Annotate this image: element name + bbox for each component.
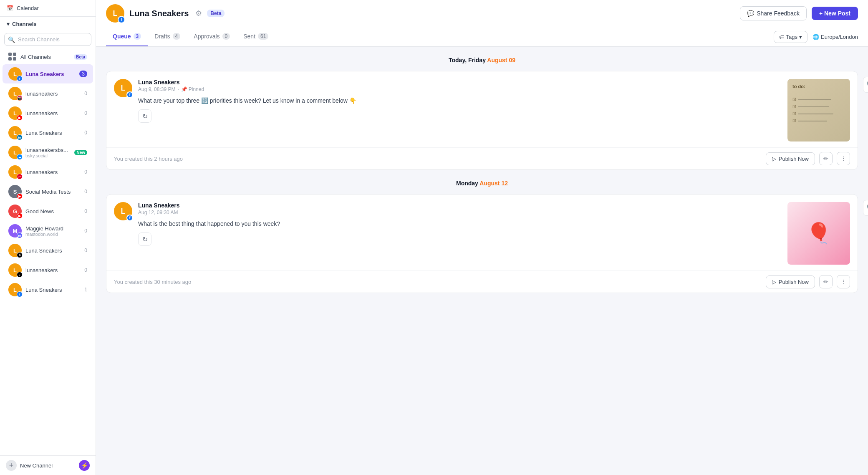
sidebar-calendar-item[interactable]: 📅 Calendar (0, 0, 96, 17)
channels-header-label: Channels (12, 21, 37, 27)
settings-icon[interactable]: ⚙ (195, 9, 202, 18)
x-platform-badge: 𝕏 (17, 252, 23, 258)
post1-timestamp: Aug 9, 08:39 PM (138, 86, 175, 92)
tags-button[interactable]: 🏷 Tags ▾ (774, 31, 807, 43)
post1-reschedule-button[interactable]: ↻ (138, 109, 151, 123)
post1-footer: You created this 2 hours ago ▷ Publish N… (106, 147, 858, 169)
channel-name: lunasneakers (25, 267, 78, 273)
channel-item-lunasneakersbs[interactable]: L ☁ lunasneakersbs... bsky.social New (3, 143, 93, 162)
post2-timestamp: Aug 12, 09:30 AM (138, 210, 178, 215)
date1-label: Today, Friday August 09 (449, 57, 515, 63)
avatar: L ☁ (8, 146, 22, 159)
channel-count: 0 (82, 208, 87, 214)
timezone-label: Europe/London (821, 34, 858, 40)
tag-icon: 🏷 (779, 34, 785, 40)
post1-content: Luna Sneakers Aug 9, 08:39 PM · 📌 Pinned… (138, 79, 782, 141)
tab-sent[interactable]: Sent 61 (237, 27, 275, 46)
post2-more-button[interactable]: ⋮ (837, 275, 850, 288)
post2-reschedule-button[interactable]: ↻ (138, 232, 151, 246)
channel-item-luna-sneakers-x[interactable]: L 𝕏 Luna Sneakers 0 (3, 241, 93, 260)
channel-sublabel: bsky.social (25, 153, 71, 158)
post2-image: 🎈 (787, 202, 850, 265)
tab-drafts[interactable]: Drafts 4 (148, 27, 187, 46)
channel-item-luna-sneakers-2[interactable]: L f Luna Sneakers 1 (3, 280, 93, 299)
post1-edit-button[interactable]: ✏ (819, 152, 833, 165)
avatar: L f (8, 283, 22, 296)
yt-platform-badge: ▶ (17, 193, 23, 199)
channel-name: lunasneakersbs... (25, 147, 71, 153)
channel-item-lunasneakers-pi[interactable]: L P lunasneakers 0 (3, 162, 93, 182)
globe-icon: 🌐 (812, 34, 819, 40)
post1-publish-label: Publish Now (779, 156, 809, 162)
post2-meta: Aug 12, 09:30 AM (138, 210, 782, 215)
channel-item-lunasneakers-yt[interactable]: L ▶ lunasneakers 0 (3, 104, 93, 123)
beta-badge: Beta (207, 10, 225, 17)
post2-edit-button[interactable]: ✏ (819, 275, 833, 288)
page-header: L f Luna Sneakers ⚙ Beta 💬 Share Feedbac… (96, 0, 868, 27)
date2-label: Monday August 12 (456, 180, 508, 187)
channel-list: All Channels Beta L f Luna Sneakers 3 L … (0, 49, 96, 455)
channels-toggle[interactable]: ▾ Channels (7, 21, 37, 27)
avatar: L 𝕏 (8, 244, 22, 257)
date-divider-1: Today, Friday August 09 (106, 57, 858, 63)
post2-created: You created this 30 minutes ago (114, 279, 762, 285)
avatar: L P (8, 165, 22, 179)
avatar: L in (8, 126, 22, 139)
channel-item-lunasneakers-tt[interactable]: L ♪ lunasneakers 0 (3, 260, 93, 280)
channel-count: 0 (82, 248, 87, 253)
channel-item-good-news[interactable]: G ▶ Good News 0 (3, 202, 93, 221)
pin-icon: 📌 (181, 86, 187, 92)
post2-fb-badge: f (126, 215, 133, 221)
page-avatar: L f (106, 4, 124, 23)
sidebar: 📅 Calendar ▾ Channels 🔍 All Channels Bet… (0, 0, 96, 475)
channel-count: 0 (82, 228, 87, 234)
new-channel-bar[interactable]: + New Channel ⚡ (0, 455, 96, 475)
channel-item-luna-sneakers-li[interactable]: L in Luna Sneakers 0 (3, 123, 93, 142)
timezone-button[interactable]: 🌐 Europe/London (812, 34, 858, 40)
tab-sent-count: 61 (258, 33, 268, 40)
tab-approvals[interactable]: Approvals 0 (187, 27, 237, 46)
tags-label: Tags (786, 34, 797, 40)
avatar: L ♪ (8, 263, 22, 277)
channel-count: 0 (82, 91, 87, 96)
post-card-2: L f Luna Sneakers Aug 12, 09:30 AM What … (106, 194, 858, 293)
search-channels-input[interactable] (4, 33, 91, 46)
new-channel-plus-icon: + (6, 460, 17, 471)
channel-count: 0 (82, 189, 87, 195)
all-channels-item[interactable]: All Channels Beta (3, 50, 93, 64)
calendar-icon: 📅 (7, 5, 13, 11)
post2-avatar: L f (114, 202, 132, 220)
grid-icon (8, 53, 17, 61)
new-channel-label: New Channel (20, 462, 53, 469)
channel-item-lunasneakers-ig[interactable]: L 📸 lunasneakers 0 (3, 84, 93, 103)
channel-name: Luna Sneakers (25, 130, 78, 136)
share-feedback-button[interactable]: 💬 Share Feedback (740, 6, 807, 20)
post1-text: What are your top three 🔢 priorities thi… (138, 96, 782, 105)
post1-comment-search-button[interactable]: 🔍 (863, 77, 868, 93)
ig-platform-badge: 📸 (17, 95, 23, 101)
tab-drafts-count: 4 (173, 33, 181, 40)
post2-publish-button[interactable]: ▷ Publish Now (766, 275, 815, 288)
channel-name: Luna Sneakers (25, 287, 78, 293)
channels-header: ▾ Channels (0, 17, 96, 31)
avatar: M m (8, 224, 22, 238)
search-icon: 🔍 (8, 36, 15, 43)
post2-comment-search-button[interactable]: 🔍 (863, 200, 868, 216)
channel-sublabel: mastodon.world (25, 232, 78, 237)
tab-queue[interactable]: Queue 3 (106, 27, 148, 46)
post2-author: Luna Sneakers (138, 202, 782, 209)
channel-item-maggie-howard[interactable]: M m Maggie Howard mastodon.world 0 (3, 221, 93, 240)
post2-footer: You created this 30 minutes ago ▷ Publis… (106, 270, 858, 293)
chevron-down-icon: ▾ (799, 34, 802, 40)
post1-more-button[interactable]: ⋮ (837, 152, 850, 165)
channel-name: Good News (25, 208, 78, 215)
post2-text: What is the best thing that happened to … (138, 220, 782, 228)
new-post-button[interactable]: + New Post (812, 7, 858, 20)
channel-item-luna-sneakers-fb[interactable]: L f Luna Sneakers 3 (3, 64, 93, 83)
channel-name: lunasneakers (25, 91, 78, 97)
post1-publish-button[interactable]: ▷ Publish Now (766, 152, 815, 165)
fb-platform-badge: f (17, 76, 23, 81)
tab-queue-count: 3 (134, 33, 141, 40)
channel-item-social-media-tests[interactable]: S ▶ Social Media Tests 0 (3, 182, 93, 201)
channel-name: Luna Sneakers (25, 248, 78, 254)
